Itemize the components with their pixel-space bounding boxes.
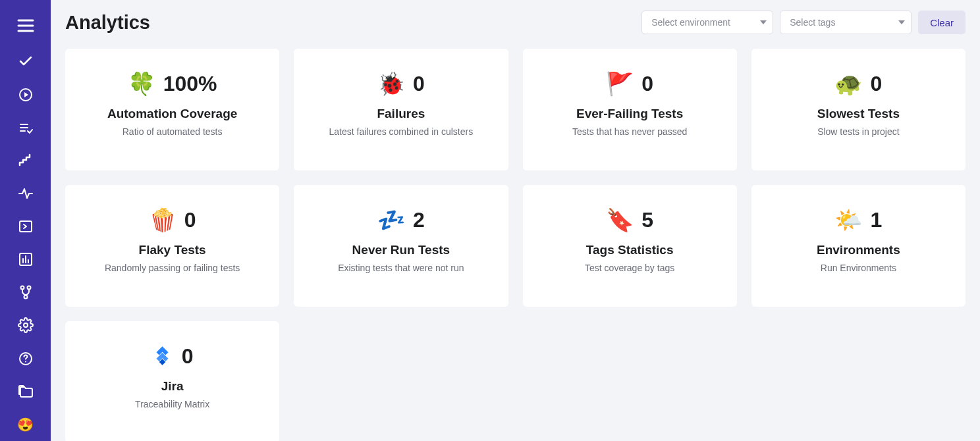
- card-tags-stats[interactable]: 🔖 5 Tags Statistics Test coverage by tag…: [523, 185, 737, 307]
- card-flaky[interactable]: 🍿 0 Flaky Tests Randomly passing or fail…: [65, 185, 279, 307]
- card-title: Slowest Tests: [817, 107, 900, 121]
- sun-cloud-icon: 🌤️: [834, 209, 862, 231]
- environment-select[interactable]: Select environment: [641, 11, 773, 34]
- hamburger-menu[interactable]: [0, 12, 51, 39]
- card-subtitle: Tests that has never passed: [572, 126, 687, 137]
- card-subtitle: Test coverage by tags: [585, 263, 674, 273]
- card-value: 2: [413, 209, 425, 230]
- bookmark-icon: 🔖: [606, 209, 634, 231]
- card-jira[interactable]: 0 Jira Traceability Matrix: [65, 321, 279, 441]
- card-subtitle: Ratio of automated tests: [122, 126, 223, 137]
- card-title: Tags Statistics: [586, 243, 674, 257]
- page-title: Analytics: [65, 12, 150, 34]
- card-value: 5: [641, 209, 653, 230]
- svg-marker-4: [24, 92, 28, 97]
- card-title: Never Run Tests: [352, 243, 450, 257]
- card-title: Flaky Tests: [139, 243, 206, 257]
- tags-select[interactable]: Select tags: [780, 11, 912, 34]
- nav-help-icon[interactable]: [0, 342, 51, 375]
- filter-controls: Select environment Select tags Clear: [641, 11, 966, 34]
- card-automation-coverage[interactable]: 🍀 100% Automation Coverage Ratio of auto…: [65, 49, 279, 170]
- card-subtitle: Traceability Matrix: [135, 399, 209, 409]
- popcorn-icon: 🍿: [149, 209, 177, 231]
- nav-steps-icon[interactable]: [0, 144, 51, 177]
- card-subtitle: Run Environments: [821, 263, 896, 273]
- nav-analytics-icon[interactable]: [0, 243, 51, 276]
- page-header: Analytics Select environment Select tags…: [65, 7, 966, 34]
- card-subtitle: Randomly passing or failing tests: [105, 263, 240, 273]
- card-environments[interactable]: 🌤️ 1 Environments Run Environments: [751, 185, 966, 307]
- card-value: 0: [184, 209, 196, 230]
- svg-point-16: [24, 323, 28, 327]
- card-title: Failures: [377, 107, 425, 121]
- card-title: Ever-Failing Tests: [576, 107, 683, 121]
- card-never-run[interactable]: 💤 2 Never Run Tests Existing tests that …: [294, 185, 508, 307]
- clover-icon: 🍀: [128, 72, 155, 95]
- sleep-icon: 💤: [377, 209, 405, 231]
- card-value: 0: [870, 73, 882, 94]
- card-title: Jira: [161, 379, 184, 394]
- card-value: 1: [870, 209, 882, 230]
- nav-folder-icon[interactable]: [0, 375, 51, 408]
- card-slowest[interactable]: 🐢 0 Slowest Tests Slow tests in project: [751, 49, 966, 170]
- jira-icon: [151, 345, 174, 367]
- card-title: Environments: [817, 243, 900, 257]
- card-subtitle: Latest failures combined in culsters: [329, 126, 474, 137]
- nav-checklist-icon[interactable]: [0, 111, 51, 144]
- card-ever-failing[interactable]: 🚩 0 Ever-Failing Tests Tests that has ne…: [523, 49, 737, 170]
- ladybug-icon: 🐞: [377, 72, 405, 95]
- card-value: 100%: [163, 73, 217, 94]
- main-content: Analytics Select environment Select tags…: [51, 0, 980, 441]
- card-value: 0: [182, 346, 194, 367]
- card-title: Automation Coverage: [107, 107, 237, 121]
- nav-feedback-icon[interactable]: 😍: [0, 408, 51, 441]
- clear-button[interactable]: Clear: [918, 11, 966, 34]
- nav-tests-icon[interactable]: [0, 45, 51, 78]
- environment-select-wrap: Select environment: [641, 11, 773, 34]
- turtle-icon: 🐢: [834, 72, 862, 95]
- sidebar: 😍: [0, 0, 51, 441]
- card-value: 0: [641, 73, 653, 94]
- nav-branch-icon[interactable]: [0, 276, 51, 309]
- flag-icon: 🚩: [606, 72, 634, 95]
- cards-grid: 🍀 100% Automation Coverage Ratio of auto…: [65, 49, 966, 441]
- card-subtitle: Slow tests in project: [817, 126, 900, 137]
- nav-pulse-icon[interactable]: [0, 177, 51, 210]
- card-subtitle: Existing tests that were not run: [338, 263, 464, 273]
- nav-settings-icon[interactable]: [0, 309, 51, 342]
- card-failures[interactable]: 🐞 0 Failures Latest failures combined in…: [294, 49, 508, 170]
- nav-import-icon[interactable]: [0, 210, 51, 243]
- tags-select-wrap: Select tags: [780, 11, 912, 34]
- card-value: 0: [413, 73, 425, 94]
- nav-runs-icon[interactable]: [0, 78, 51, 111]
